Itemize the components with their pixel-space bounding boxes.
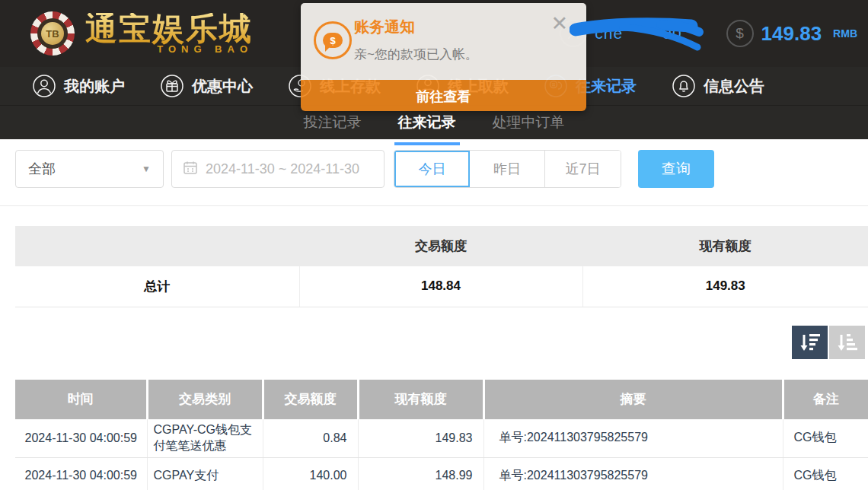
type-select-value: 全部 [28,160,56,178]
content-area: 全部 ▼ 2024-11-30 ~ 2024-11-30 今日 昨日 近7日 查… [0,150,868,490]
table-header-row: 时间 交易类别 交易额度 现有额度 摘要 备注 [15,380,868,419]
brand-logo[interactable]: TB 通宝娱乐城 TONG BAO [30,11,253,56]
date-range-input[interactable]: 2024-11-30 ~ 2024-11-30 [171,150,385,188]
type-select[interactable]: 全部 ▼ [15,150,164,188]
cell-note: CG钱包 [783,419,868,458]
nav-announcements[interactable]: 信息公告 [672,74,764,98]
tab-bet-records[interactable]: 投注记录 [302,113,363,139]
bell-icon [672,74,696,98]
date-range-value: 2024-11-30 ~ 2024-11-30 [206,161,359,177]
summary-table: 交易额度 现有额度 总计 148.84 149.83 [15,226,868,307]
col-header-note: 备注 [783,380,868,419]
nav-promotions[interactable]: 优惠中心 [160,74,253,98]
sort-asc-icon [837,332,858,352]
last7days-button[interactable]: 近7日 [545,151,621,187]
chevron-down-icon: ▼ [142,164,151,174]
toast-close-icon[interactable]: ✕ [550,14,568,34]
page: TB 通宝娱乐城 TONG BAO che90 $ 149.83 RMB [0,0,868,490]
toast-action-button[interactable]: 前往查看 [301,80,586,111]
yesterday-button[interactable]: 昨日 [470,151,545,187]
toast-title: 账务通知 [354,17,415,37]
cell-type: CGPAY支付 [147,457,263,490]
notification-toast: $ 账务通知 亲~您的款项已入帐。 ✕ 前往查看 [301,3,586,111]
cell-time: 2024-11-30 04:00:59 [15,419,147,458]
nav-my-account[interactable]: 我的账户 [32,74,125,98]
summary-header-transaction: 交易额度 [299,226,582,266]
chip-label: TB [41,22,64,45]
brand-name-cn: 通宝娱乐城 [85,13,253,45]
summary-total-label: 总计 [15,266,299,307]
cell-type: CGPAY-CG钱包支付笔笔送优惠 [147,419,263,458]
money-message-icon: $ [314,21,352,59]
sort-desc-icon [799,332,821,352]
gift-icon [160,74,184,98]
nav-label: 优惠中心 [192,76,253,97]
cell-balance: 149.83 [358,419,483,458]
tab-transaction-records[interactable]: 往来记录 [397,113,458,139]
transactions-table: 时间 交易类别 交易额度 现有额度 摘要 备注 2024-11-30 04:00… [15,380,868,490]
account-icon [32,74,56,98]
username-text: che90 [595,24,681,43]
wallet-balance[interactable]: $ 149.83 RMB [726,20,857,47]
toast-message: 亲~您的款项已入帐。 [354,46,478,63]
balance-currency: RMB [833,27,857,40]
balance-amount: 149.83 [761,22,822,46]
dollar-coin-icon: $ [726,20,754,47]
sort-ascending-button[interactable] [829,326,865,359]
col-header-amount: 交易额度 [263,380,358,419]
sort-controls [0,326,865,359]
cell-amount: 0.84 [263,419,358,458]
cell-time: 2024-11-30 04:00:59 [15,457,147,490]
quick-date-group: 今日 昨日 近7日 [394,150,621,188]
cell-note: CG钱包 [783,457,868,490]
calendar-icon [183,160,198,179]
summary-header-empty [15,226,299,266]
summary-header-balance: 现有额度 [582,226,868,266]
cell-balance: 148.99 [358,457,483,490]
summary-balance-total: 149.83 [582,266,868,307]
filter-bar: 全部 ▼ 2024-11-30 ~ 2024-11-30 今日 昨日 近7日 查… [15,150,853,188]
casino-chip-icon: TB [30,11,75,56]
nav-label: 我的账户 [64,76,125,97]
table-row: 2024-11-30 04:00:59 CGPAY-CG钱包支付笔笔送优惠 0.… [15,419,868,458]
cell-summary: 单号:202411303795825579 [483,419,783,458]
col-header-time: 时间 [15,380,147,419]
tab-pending-orders[interactable]: 处理中订单 [491,113,566,139]
section-divider [0,205,868,206]
summary-total-row: 总计 148.84 149.83 [15,266,868,307]
summary-transaction-total: 148.84 [299,266,582,307]
cell-amount: 140.00 [263,457,358,490]
table-row: 2024-11-30 04:00:59 CGPAY支付 140.00 148.9… [15,457,868,490]
cell-summary: 单号:202411303795825579 [483,457,783,490]
query-button[interactable]: 查询 [638,150,714,188]
col-header-type: 交易类别 [147,380,263,419]
col-header-balance: 现有额度 [358,380,483,419]
nav-label: 信息公告 [704,76,764,97]
col-header-summary: 摘要 [483,380,783,419]
sort-descending-button[interactable] [792,326,828,359]
today-button[interactable]: 今日 [394,151,470,187]
